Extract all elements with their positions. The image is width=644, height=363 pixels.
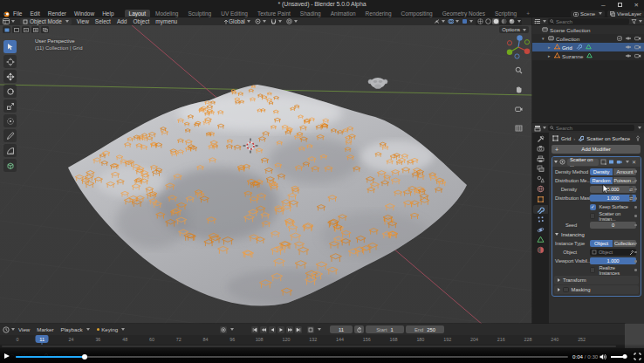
mode-selector[interactable]: Object Mode [20,18,72,25]
menu-file[interactable]: File [13,10,22,17]
loop-toggle-button[interactable] [307,326,314,333]
play-reverse-button[interactable] [269,326,276,333]
pivot-point-button[interactable] [255,18,266,24]
camera-toggle-icon[interactable] [634,36,641,42]
viewport-menu-add[interactable]: Add [117,18,127,24]
outliner-row-grid[interactable]: ▸Grid [532,43,644,51]
shading-rendered[interactable] [508,18,515,24]
shading-solid-alt[interactable] [484,18,491,24]
subpanel-instancing[interactable]: Instancing [555,230,638,238]
disclosure-chevron-icon[interactable]: ▾ [542,36,546,41]
select-mode-set-button[interactable] [3,26,10,33]
segment-collection[interactable]: Collection [613,240,636,247]
breadcrumb-object[interactable]: Grid [561,136,571,141]
timeline-menu-view[interactable]: View [18,326,30,332]
outliner-row-scene-collection[interactable]: Scene Collection [532,25,644,34]
add-modifier-button[interactable]: + Add Modifier [552,145,641,154]
gizmos-toggle[interactable] [434,18,445,24]
timeline-menu-keying[interactable]: Keying [97,326,125,332]
tool-add-cube[interactable] [3,159,17,172]
panel-checkbox[interactable] [563,287,569,293]
checkbox-unchecked[interactable] [590,267,595,273]
modifier-close-button[interactable]: ✕ [632,159,636,165]
playhead[interactable]: 11 [36,335,49,343]
properties-tab-output[interactable] [533,154,548,163]
workspace-tab-texture-paint[interactable]: Texture Paint [253,10,295,17]
properties-filter-dropdown[interactable] [638,127,641,129]
viewport-3d[interactable]: Options User Perspective (11) Collection… [0,25,532,325]
eye-toggle-icon[interactable] [625,36,632,42]
timeline-editor-type-button[interactable] [3,326,15,333]
frame-start-field[interactable]: Start1 [366,325,404,333]
viewport-menu-mymenu[interactable]: mymenu [155,18,177,24]
workspace-tab-modeling[interactable]: Modeling [151,10,182,17]
jump-to-start-button[interactable] [251,326,258,333]
disclosure-chevron-icon[interactable]: ▸ [548,53,552,58]
animate-dot[interactable] [634,180,637,182]
player-progress-bar[interactable] [16,356,568,358]
properties-tab-physics[interactable] [533,225,548,234]
modifier-extras-dropdown[interactable] [626,161,629,163]
autokey-button[interactable] [220,326,227,333]
next-keyframe-button[interactable] [286,326,293,333]
close-button[interactable]: ✕ [634,0,639,10]
properties-tab-data[interactable] [533,236,548,244]
segment-density[interactable]: Density [590,168,613,175]
select-mode-intersect-button[interactable] [41,26,49,33]
select-mode-invert-button[interactable] [31,26,39,33]
player-volume-handle[interactable] [623,354,627,359]
properties-tab-tool[interactable] [533,134,548,143]
workspace-tab-compositing[interactable]: Compositing [397,10,437,17]
viewlayer-selector[interactable]: ViewLayer [607,10,644,17]
ortho-grid-button[interactable] [515,120,523,135]
segment-random[interactable]: Random [590,177,613,184]
scene-selector[interactable]: Scene [571,10,605,17]
editor-type-button[interactable] [3,18,15,24]
segment-poisson-[interactable]: Poisson ... [613,177,636,184]
shading-material[interactable] [500,18,507,24]
proportional-edit-button[interactable] [286,18,298,24]
collapsed-panel-masking[interactable]: Masking [554,285,639,294]
player-volume-slider[interactable] [611,356,627,358]
pin-icon[interactable] [635,135,641,141]
realtime-display-icon[interactable] [608,159,614,165]
menu-window[interactable]: Window [74,10,94,17]
outliner-row-collection[interactable]: ▾Collection [532,34,644,43]
animate-dot[interactable] [634,188,637,191]
properties-tab-modifiers[interactable] [533,205,548,214]
tool-scale[interactable] [3,99,17,113]
options-dropdown[interactable]: Options [499,26,529,33]
tool-move[interactable] [3,70,17,83]
eye-toggle-icon[interactable] [625,53,632,59]
minimize-button[interactable]: ─ [601,0,606,10]
snap-toggle-button[interactable] [271,18,282,24]
timeline-menu-marker[interactable]: Marker [37,326,53,332]
workspace-tab-rendering[interactable]: Rendering [361,10,396,17]
player-play-button[interactable] [4,353,10,359]
properties-editor-type-button[interactable] [534,125,546,132]
properties-tab-view-layer[interactable] [533,165,548,174]
tool-rotate[interactable] [3,85,17,98]
eyedropper-icon[interactable] [629,250,634,256]
camera-toggle-icon[interactable] [634,45,641,51]
shading-solid[interactable] [492,18,499,24]
properties-tab-scene[interactable] [533,175,548,183]
animate-dot[interactable] [634,260,637,263]
animate-dot[interactable] [634,243,637,245]
orientation-selector[interactable]: Global [223,18,250,24]
animate-dot[interactable] [634,269,637,271]
modifier-panel-header[interactable]: Scatter on ... ✕ [552,157,641,167]
overlays-toggle[interactable] [448,18,459,24]
edit-mode-display-icon[interactable] [600,159,606,165]
blender-logo-icon[interactable] [3,10,10,17]
camera-toggle-icon[interactable] [634,53,641,59]
properties-tab-render[interactable] [533,145,548,154]
viewport-menu-object[interactable]: Object [134,18,150,24]
tool-measure[interactable] [3,144,17,157]
tool-select-box[interactable] [3,40,17,53]
maximize-button[interactable] [618,3,622,7]
properties-search-input[interactable]: Search [548,125,634,131]
render-display-icon[interactable] [616,159,622,165]
workspace-tab-uv-editing[interactable]: UV Editing [216,10,252,17]
breadcrumb-modifier[interactable]: Scatter on Surface [586,136,630,141]
